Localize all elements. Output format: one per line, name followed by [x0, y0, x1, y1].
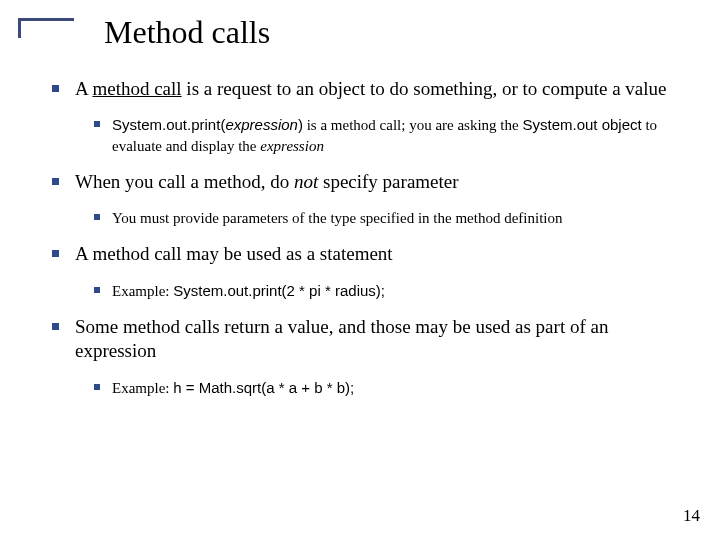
- italic-text: not: [294, 171, 318, 192]
- bullet-4-text: Some method calls return a value, and th…: [75, 315, 692, 364]
- sub-text: System.out.print(expression) is a method…: [112, 115, 692, 156]
- bullet-4-sub: Example: h = Math.sqrt(a * a + b * b);: [52, 372, 692, 412]
- content-area: A method call is a request to an object …: [0, 59, 720, 412]
- square-bullet-icon: [94, 121, 100, 127]
- italic-text: expression: [260, 138, 324, 154]
- bullet-3-sub: Example: System.out.print(2 * pi * radiu…: [52, 275, 692, 315]
- text: is a method call; you are asking the: [303, 117, 523, 133]
- text: specify parameter: [318, 171, 458, 192]
- sub-text: Example: h = Math.sqrt(a * a + b * b);: [112, 378, 354, 398]
- text: Example:: [112, 283, 173, 299]
- code-italic: expression: [225, 116, 298, 133]
- code: System.out.print(: [112, 116, 225, 133]
- text: A: [75, 78, 92, 99]
- bullet-1: A method call is a request to an object …: [52, 77, 692, 101]
- bullet-1-text: A method call is a request to an object …: [75, 77, 667, 101]
- code: System.out object: [522, 116, 641, 133]
- bullet-3-text: A method call may be used as a statement: [75, 242, 393, 266]
- sub-bullet: System.out.print(expression) is a method…: [94, 115, 692, 156]
- corner-rule: [18, 18, 74, 38]
- bullet-2-text: When you call a method, do not specify p…: [75, 170, 459, 194]
- text: is a request to an object to do somethin…: [182, 78, 667, 99]
- square-bullet-icon: [52, 250, 59, 257]
- page-title: Method calls: [104, 14, 720, 51]
- page-number: 14: [683, 506, 700, 526]
- square-bullet-icon: [52, 85, 59, 92]
- square-bullet-icon: [52, 178, 59, 185]
- sub-bullet: Example: h = Math.sqrt(a * a + b * b);: [94, 378, 692, 398]
- square-bullet-icon: [52, 323, 59, 330]
- bullet-2: When you call a method, do not specify p…: [52, 170, 692, 194]
- bullet-2-sub: You must provide parameters of the type …: [52, 202, 692, 242]
- code: h = Math.sqrt(a * a + b * b);: [173, 379, 354, 396]
- square-bullet-icon: [94, 287, 100, 293]
- bullet-1-sub: System.out.print(expression) is a method…: [52, 109, 692, 170]
- code: System.out.print(2 * pi * radius);: [173, 282, 385, 299]
- bullet-4: Some method calls return a value, and th…: [52, 315, 692, 364]
- text: When you call a method, do: [75, 171, 294, 192]
- method-call-underline: method call: [92, 78, 181, 99]
- text: Example:: [112, 380, 173, 396]
- sub-bullet: You must provide parameters of the type …: [94, 208, 692, 228]
- bullet-3: A method call may be used as a statement: [52, 242, 692, 266]
- square-bullet-icon: [94, 214, 100, 220]
- sub-text: You must provide parameters of the type …: [112, 208, 562, 228]
- sub-text: Example: System.out.print(2 * pi * radiu…: [112, 281, 385, 301]
- title-block: Method calls: [0, 0, 720, 59]
- square-bullet-icon: [94, 384, 100, 390]
- sub-bullet: Example: System.out.print(2 * pi * radiu…: [94, 281, 692, 301]
